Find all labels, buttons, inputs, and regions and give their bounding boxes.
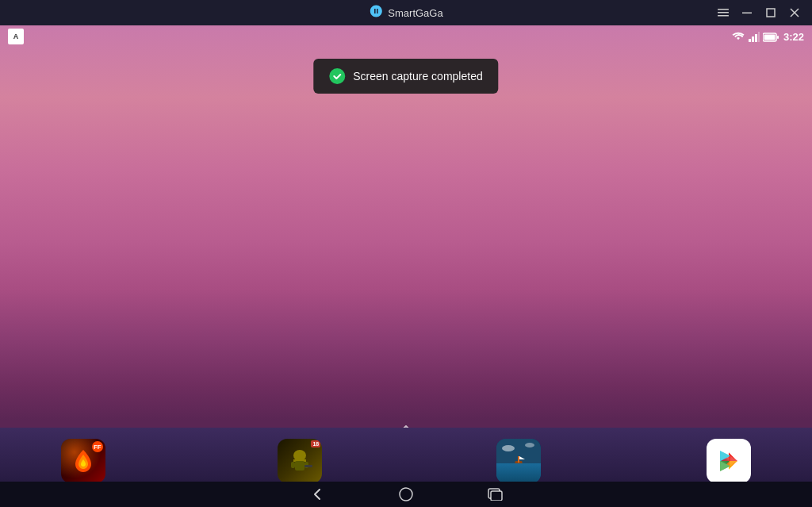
svg-rect-0 [718,9,729,10]
svg-rect-7 [749,39,751,42]
toast-check-icon [329,68,345,84]
minimize-button[interactable] [736,4,758,21]
title-bar: SmartGaGa [0,0,812,25]
close-button[interactable] [783,4,806,21]
time-display: 3:22 [783,31,804,43]
svg-rect-25 [518,456,519,463]
android-screen[interactable]: A [0,25,812,507]
status-bar: A [0,25,812,48]
svg-point-22 [525,443,534,447]
notification-toast: Screen capture completed [313,59,498,94]
battery-icon [763,31,779,42]
sim-icon: A [8,29,24,44]
svg-point-21 [502,445,515,451]
nav-bar [0,482,812,507]
svg-rect-19 [304,465,312,467]
freefire-icon: FF [61,439,105,483]
playstore-icon [707,439,751,483]
summitwar-icon [496,439,541,483]
toast-message: Screen capture completed [353,70,482,83]
svg-rect-10 [758,32,760,42]
svg-rect-2 [718,15,729,17]
emulator-container: A [0,25,812,507]
app-title: SmartGaGa [388,7,442,19]
status-bar-left: A [8,29,24,44]
recents-button[interactable] [482,485,508,504]
svg-point-14 [293,450,306,461]
status-bar-right: 3:22 [731,31,804,43]
svg-point-30 [400,488,412,501]
svg-rect-17 [291,462,295,468]
signal-icon [749,31,760,43]
svg-rect-16 [295,461,304,471]
svg-rect-32 [491,491,502,501]
menu-button[interactable] [712,4,734,21]
back-button[interactable] [304,485,330,504]
title-bar-center: SmartGaGa [369,4,442,21]
wifi-icon [731,31,745,43]
svg-rect-4 [767,9,775,17]
pubg-icon: 18 [278,439,322,483]
app-logo-icon [369,4,383,21]
svg-rect-8 [752,36,754,42]
home-button[interactable] [393,485,419,504]
svg-rect-12 [777,36,779,39]
svg-rect-3 [742,13,752,14]
title-bar-right [712,4,806,21]
svg-rect-9 [755,34,757,42]
svg-rect-1 [718,12,729,13]
svg-rect-13 [764,34,775,40]
maximize-button[interactable] [760,4,782,21]
